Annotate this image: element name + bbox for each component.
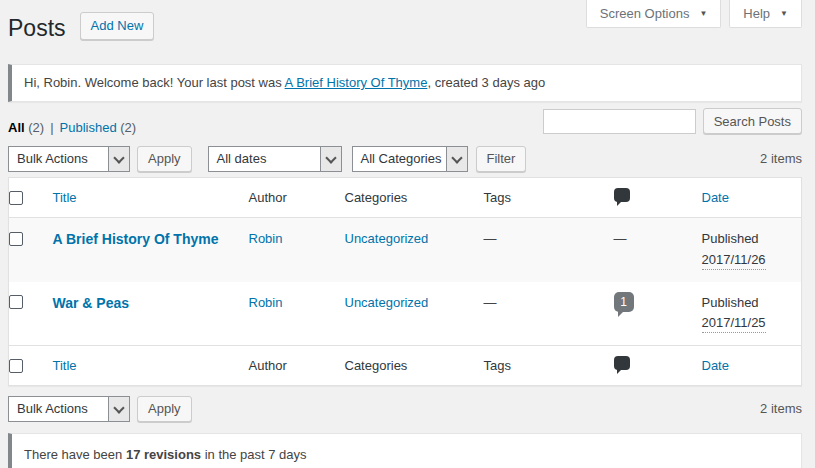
view-filter-all[interactable]: All (2) [8, 120, 44, 135]
dates-filter-select[interactable]: All dates [208, 146, 342, 172]
column-header-title[interactable]: Title [53, 358, 77, 373]
dates-selected-value: All dates [209, 147, 320, 171]
welcome-notice: Hi, Robin. Welcome back! Your last post … [8, 64, 802, 102]
column-header-author: Author [241, 346, 337, 386]
post-date: 2017/11/25 [702, 314, 766, 333]
filter-button[interactable]: Filter [476, 146, 527, 172]
post-status: Published [702, 294, 794, 312]
page-title: Posts [8, 12, 66, 44]
table-row: War & Peas Robin Uncategorized — 1 Publi… [9, 282, 802, 346]
chevron-down-icon [108, 397, 129, 421]
posts-table: Title Author Categories Tags Date A Brie… [8, 177, 802, 386]
categories-selected-value: All Categories [353, 147, 446, 171]
author-link[interactable]: Robin [249, 231, 283, 246]
table-header: Title Author Categories Tags Date [9, 178, 802, 218]
revisions-text-after: in the past 7 days [201, 447, 307, 462]
categories-filter-select[interactable]: All Categories [352, 146, 468, 172]
help-label: Help [743, 6, 770, 21]
select-all-checkbox[interactable] [9, 359, 23, 373]
category-link[interactable]: Uncategorized [345, 231, 429, 246]
list-controls: All (2) | Published (2) Search Posts [8, 108, 802, 135]
comment-bubble-icon [614, 188, 630, 202]
select-row-checkbox[interactable] [9, 295, 23, 309]
search-box: Search Posts [543, 108, 802, 134]
add-new-button[interactable]: Add New [80, 12, 155, 40]
chevron-down-icon: ▼ [699, 9, 707, 18]
comment-bubble-icon [614, 356, 630, 370]
items-count: 2 items [760, 150, 802, 168]
tablenav-top: Bulk Actions Apply All dates All Categor… [8, 145, 802, 172]
table-footer: Title Author Categories Tags Date [9, 346, 802, 386]
comment-count-bubble[interactable]: 1 [614, 292, 634, 312]
post-title-link[interactable]: A Brief History Of Thyme [53, 231, 219, 247]
posts-admin-page: Screen Options ▼ Help ▼ Posts Add New Hi… [0, 0, 815, 468]
chevron-down-icon: ▼ [780, 9, 788, 18]
screen-meta: Screen Options ▼ Help ▼ [586, 0, 802, 28]
chevron-down-icon [446, 147, 467, 171]
bulk-actions-select[interactable]: Bulk Actions [8, 146, 130, 172]
chevron-down-icon [320, 147, 341, 171]
revisions-notice: There have been 17 revisions in the past… [8, 433, 802, 468]
select-row-checkbox[interactable] [9, 232, 23, 246]
bulk-actions-select[interactable]: Bulk Actions [8, 396, 130, 422]
column-header-title[interactable]: Title [53, 190, 77, 205]
welcome-text-before: Hi, Robin. Welcome back! Your last post … [24, 75, 285, 90]
post-date: 2017/11/26 [702, 251, 766, 270]
revisions-count: 17 revisions [126, 447, 201, 462]
column-header-date[interactable]: Date [702, 190, 729, 205]
column-header-categories: Categories [337, 178, 476, 218]
tags-empty-dash: — [484, 231, 497, 246]
table-row: A Brief History Of Thyme Robin Uncategor… [9, 218, 802, 282]
chevron-down-icon [108, 147, 129, 171]
apply-button[interactable]: Apply [137, 396, 192, 422]
view-filter-published[interactable]: Published (2) [60, 120, 137, 135]
column-header-tags: Tags [476, 178, 606, 218]
revisions-text-before: There have been [24, 447, 126, 462]
comments-empty-dash: — [614, 231, 627, 246]
bulk-actions-selected-value: Bulk Actions [9, 147, 108, 171]
help-button[interactable]: Help ▼ [729, 0, 802, 28]
tags-empty-dash: — [484, 295, 497, 310]
search-input[interactable] [543, 109, 696, 134]
author-link[interactable]: Robin [249, 295, 283, 310]
search-posts-button[interactable]: Search Posts [703, 108, 802, 134]
apply-button[interactable]: Apply [137, 146, 192, 172]
column-header-author: Author [241, 178, 337, 218]
bulk-actions-selected-value: Bulk Actions [9, 397, 108, 421]
column-header-tags: Tags [476, 346, 606, 386]
select-all-checkbox[interactable] [9, 191, 23, 205]
screen-options-button[interactable]: Screen Options ▼ [586, 0, 722, 28]
welcome-text-after: , created 3 days ago [427, 75, 545, 90]
column-header-date[interactable]: Date [702, 358, 729, 373]
tablenav-bottom: Bulk Actions Apply 2 items [8, 395, 802, 422]
category-link[interactable]: Uncategorized [345, 295, 429, 310]
view-filter-separator: | [50, 119, 53, 137]
last-post-link[interactable]: A Brief History Of Thyme [285, 75, 428, 90]
column-header-categories: Categories [337, 346, 476, 386]
screen-options-label: Screen Options [600, 6, 690, 21]
items-count: 2 items [760, 400, 802, 418]
view-filters: All (2) | Published (2) [8, 119, 136, 137]
post-title-link[interactable]: War & Peas [53, 295, 130, 311]
post-status: Published [702, 230, 794, 248]
